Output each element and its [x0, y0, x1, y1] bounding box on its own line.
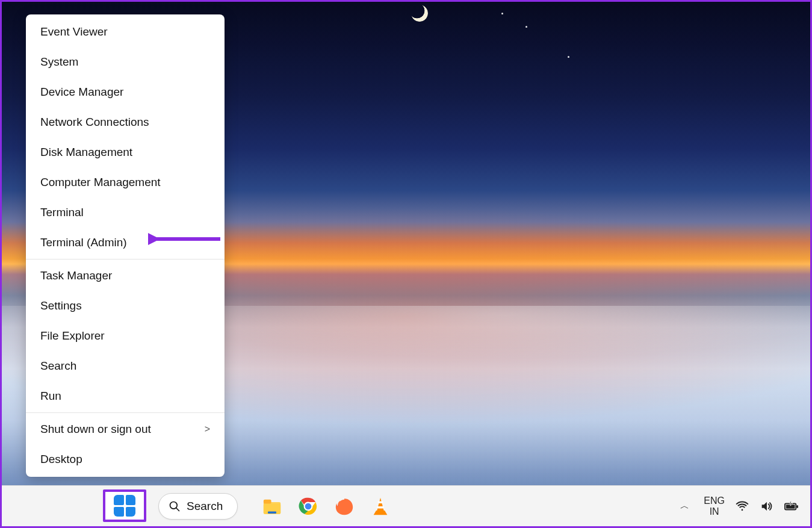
menu-item-label: Run — [40, 390, 61, 403]
start-button-highlight — [103, 489, 146, 522]
menu-item-event-viewer[interactable]: Event Viewer — [26, 17, 225, 47]
taskbar: Search — [2, 485, 810, 526]
language-indicator[interactable]: ENG IN — [704, 495, 725, 517]
svg-rect-6 — [268, 511, 276, 514]
menu-item-disk-management[interactable]: Disk Management — [26, 137, 225, 167]
svg-rect-15 — [796, 505, 798, 508]
menu-item-label: Device Manager — [40, 85, 123, 99]
chrome-icon — [298, 496, 318, 517]
menu-item-label: Search — [40, 359, 76, 373]
menu-item-label: System — [40, 55, 78, 69]
menu-item-label: Terminal — [40, 206, 84, 219]
svg-rect-4 — [264, 499, 271, 503]
star-graphic — [501, 13, 503, 14]
menu-item-system[interactable]: System — [26, 47, 225, 77]
menu-item-computer-management[interactable]: Computer Management — [26, 167, 225, 197]
taskbar-app-chrome[interactable] — [296, 494, 321, 519]
lang-top: ENG — [704, 495, 725, 506]
menu-separator — [26, 412, 225, 413]
menu-item-label: Event Viewer — [40, 25, 108, 39]
battery-icon[interactable] — [784, 500, 799, 513]
star-graphic — [568, 56, 569, 58]
firefox-icon — [334, 496, 355, 517]
menu-item-settings[interactable]: Settings — [26, 291, 225, 321]
star-graphic — [525, 26, 527, 28]
taskbar-search[interactable]: Search — [158, 493, 238, 520]
svg-rect-12 — [377, 506, 384, 509]
lang-bottom: IN — [704, 506, 725, 517]
menu-item-file-explorer[interactable]: File Explorer — [26, 321, 225, 351]
system-tray: ︿ ENG IN — [677, 486, 799, 526]
menu-item-shut-down-or-sign-out[interactable]: Shut down or sign out> — [26, 414, 225, 444]
menu-item-label: Shut down or sign out — [40, 423, 151, 436]
menu-item-label: Disk Management — [40, 146, 132, 159]
menu-item-label: Computer Management — [40, 176, 161, 189]
tray-overflow-button[interactable]: ︿ — [677, 500, 693, 512]
search-icon — [169, 500, 181, 512]
menu-item-terminal[interactable]: Terminal — [26, 197, 225, 228]
menu-item-label: Settings — [40, 299, 82, 312]
vlc-icon — [370, 496, 391, 517]
menu-separator — [26, 259, 225, 259]
menu-item-task-manager[interactable]: Task Manager — [26, 261, 225, 291]
file-explorer-icon — [262, 496, 282, 517]
menu-item-network-connections[interactable]: Network Connections — [26, 107, 225, 137]
menu-item-label: Network Connections — [40, 116, 149, 129]
taskbar-app-file-explorer[interactable] — [259, 494, 285, 519]
taskbar-app-firefox[interactable] — [332, 494, 357, 519]
menu-item-desktop[interactable]: Desktop — [26, 444, 225, 474]
moon-graphic — [411, 5, 428, 22]
svg-line-2 — [176, 508, 179, 511]
svg-rect-11 — [378, 501, 383, 503]
wifi-icon[interactable] — [736, 500, 749, 513]
menu-item-device-manager[interactable]: Device Manager — [26, 77, 225, 107]
search-label: Search — [187, 500, 223, 513]
menu-item-label: Task Manager — [40, 269, 112, 282]
taskbar-app-vlc[interactable] — [368, 494, 393, 519]
menu-item-run[interactable]: Run — [26, 381, 225, 411]
menu-item-label: Desktop — [40, 453, 82, 466]
winx-context-menu: Event ViewerSystemDevice ManagerNetwork … — [26, 14, 225, 477]
start-button[interactable] — [114, 495, 135, 517]
menu-item-terminal-admin[interactable]: Terminal (Admin) — [26, 228, 225, 258]
volume-icon[interactable] — [760, 500, 773, 513]
menu-item-search[interactable]: Search — [26, 351, 225, 381]
chevron-right-icon: > — [205, 424, 210, 435]
menu-item-label: Terminal (Admin) — [40, 236, 127, 249]
menu-item-label: File Explorer — [40, 329, 105, 343]
